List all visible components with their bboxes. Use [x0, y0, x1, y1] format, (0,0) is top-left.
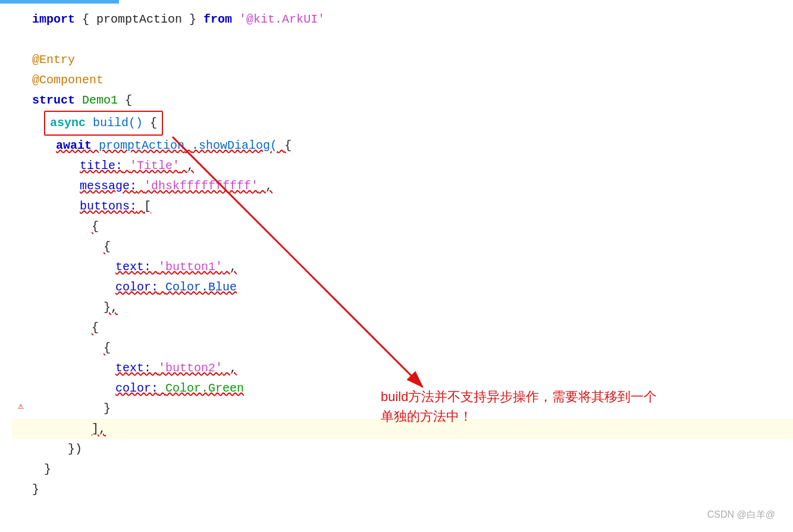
code-line-close-struct: } — [12, 480, 793, 500]
color-green-val: Color.Green — [165, 381, 244, 395]
button2-val: 'button2' — [158, 361, 222, 375]
keyword-import: import — [32, 12, 75, 26]
code-line-close-method: } — [12, 459, 793, 480]
build-method: build() — [93, 116, 143, 130]
async-build-box: async build() { — [44, 111, 163, 136]
error-gutter: ⚠ — [12, 399, 30, 415]
code-line-ob2: { — [12, 237, 793, 257]
code-line-struct: struct Demo1 { — [12, 90, 793, 111]
code-line-ob1: { — [12, 217, 793, 237]
component-decorator: @Component — [32, 73, 104, 87]
code-line-title: title: 'Title' , — [12, 156, 793, 176]
entry-decorator: @Entry — [32, 53, 75, 67]
keyword-struct: struct — [32, 93, 75, 107]
code-line-async-build: async build() { — [12, 111, 793, 136]
code-line-message: message: 'dhskffffffffff' , — [12, 176, 793, 196]
code-line-close-paren: }) — [12, 439, 793, 459]
code-line-close1: }, — [12, 298, 793, 318]
code-line-color-blue: color: Color.Blue — [12, 277, 793, 298]
code-line-await: await promptAction .showDialog( { — [12, 136, 793, 156]
error-icon: ⚠ — [18, 399, 24, 415]
keyword-async: async — [50, 116, 86, 130]
keyword-await: await — [56, 139, 92, 152]
code-line-1: import { promptAction } from '@kit.ArkUI… — [12, 10, 793, 30]
watermark: CSDN @白羊@ — [707, 509, 775, 521]
code-line-ob4: { — [12, 338, 793, 358]
message-val: 'dhskffffffffff' — [144, 179, 258, 193]
button1-val: 'button1' — [158, 260, 222, 274]
code-line-ob3: { — [12, 318, 793, 338]
color-prop-1: color: — [115, 280, 158, 294]
show-dialog: .showDialog( — [192, 139, 277, 152]
text-prop-1: text: — [115, 260, 151, 274]
annotation-text: build方法并不支持异步操作，需要将其移到一个单独的方法中！ — [381, 387, 657, 426]
color-blue-val: Color.Blue — [165, 280, 237, 294]
line-content-1: import { promptAction } from '@kit.ArkUI… — [30, 10, 793, 30]
keyword-from: from — [203, 12, 232, 26]
buttons-prop: buttons: — [80, 199, 137, 213]
message-prop: message: — [80, 179, 137, 193]
class-name: Demo1 — [82, 93, 118, 107]
code-line-entry: @Entry — [12, 50, 793, 70]
code-line-text-btn1: text: 'button1' , — [12, 257, 793, 277]
code-line-blank — [12, 30, 793, 50]
prompt-action: promptAction — [99, 139, 184, 152]
import-path: '@kit.ArkUI' — [239, 12, 325, 26]
color-prop-2: color: — [115, 381, 158, 395]
code-line-text-btn2: text: 'button2' , — [12, 358, 793, 378]
import-braces: { promptAction } — [82, 12, 196, 26]
code-container: import { promptAction } from '@kit.ArkUI… — [0, 4, 793, 506]
code-line-component: @Component — [12, 70, 793, 90]
title-val: 'Title' — [130, 159, 180, 173]
code-line-buttons: buttons: [ — [12, 196, 793, 217]
text-prop-2: text: — [115, 361, 151, 375]
title-prop: title: — [80, 159, 123, 173]
